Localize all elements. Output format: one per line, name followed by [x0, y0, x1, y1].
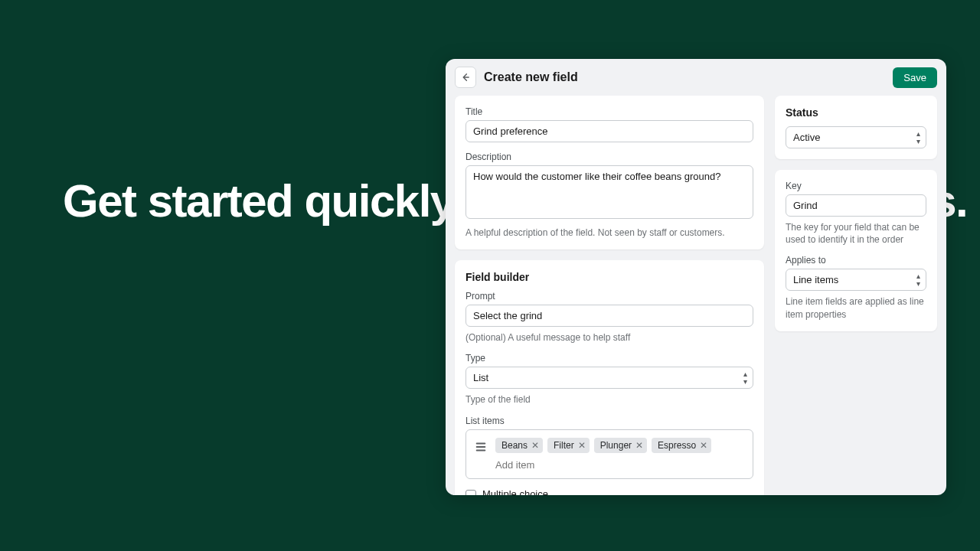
title-label: Title: [466, 106, 753, 117]
svg-rect-0: [476, 442, 486, 444]
svg-rect-1: [476, 446, 486, 448]
multiple-choice-checkbox[interactable]: [466, 490, 476, 495]
description-label: Description: [466, 152, 753, 162]
close-icon[interactable]: ✕: [699, 441, 708, 450]
prompt-label: Prompt: [466, 291, 753, 302]
prompt-input[interactable]: [466, 305, 753, 327]
save-button[interactable]: Save: [893, 67, 937, 88]
list-items-label: List items: [466, 416, 753, 426]
key-input[interactable]: [786, 194, 926, 217]
svg-rect-2: [476, 449, 486, 451]
applies-to-label: Applies to: [786, 255, 926, 266]
card-field-builder: Field builder Prompt (Optional) A useful…: [455, 260, 764, 495]
key-label: Key: [786, 181, 926, 191]
description-help: A helpful description of the field. Not …: [466, 227, 753, 239]
type-help: Type of the field: [466, 393, 753, 406]
type-select[interactable]: List: [466, 367, 753, 389]
page-title: Create new field: [484, 70, 885, 84]
tag-espresso: Espresso✕: [652, 438, 711, 453]
list-items-editor[interactable]: Beans✕ Filter✕ Plunger✕ Espresso✕: [466, 429, 753, 479]
tags-row: Beans✕ Filter✕ Plunger✕ Espresso✕: [495, 438, 745, 453]
applies-to-help: Line item fields are applied as line ite…: [786, 295, 926, 320]
title-input[interactable]: [466, 120, 753, 142]
prompt-help: (Optional) A useful message to help staf…: [466, 331, 753, 344]
multiple-choice-label: Multiple choice: [482, 488, 582, 495]
card-key-applies: Key The key for your field that can be u…: [775, 170, 937, 331]
topbar: Create new field Save: [446, 59, 946, 96]
tag-beans: Beans✕: [495, 438, 543, 453]
close-icon[interactable]: ✕: [635, 441, 644, 450]
applies-to-select[interactable]: Line items: [786, 269, 926, 291]
description-textarea[interactable]: How would the customer like their coffee…: [466, 165, 753, 219]
arrow-left-icon: [460, 72, 471, 83]
close-icon[interactable]: ✕: [577, 441, 586, 450]
status-heading: Status: [786, 106, 926, 119]
type-label: Type: [466, 353, 753, 364]
status-select[interactable]: Active: [786, 126, 926, 148]
tag-plunger: Plunger✕: [594, 438, 647, 453]
app-panel: Create new field Save Title Description …: [446, 59, 946, 495]
add-item-input[interactable]: [495, 459, 745, 471]
card-basic-info: Title Description How would the customer…: [455, 96, 764, 249]
key-help: The key for your field that can be used …: [786, 221, 926, 246]
back-button[interactable]: [455, 67, 476, 88]
tag-filter: Filter✕: [547, 438, 590, 453]
card-status: Status Active ▴▾: [775, 96, 937, 159]
list-icon: [474, 440, 488, 454]
field-builder-heading: Field builder: [466, 271, 753, 283]
close-icon[interactable]: ✕: [531, 441, 540, 450]
